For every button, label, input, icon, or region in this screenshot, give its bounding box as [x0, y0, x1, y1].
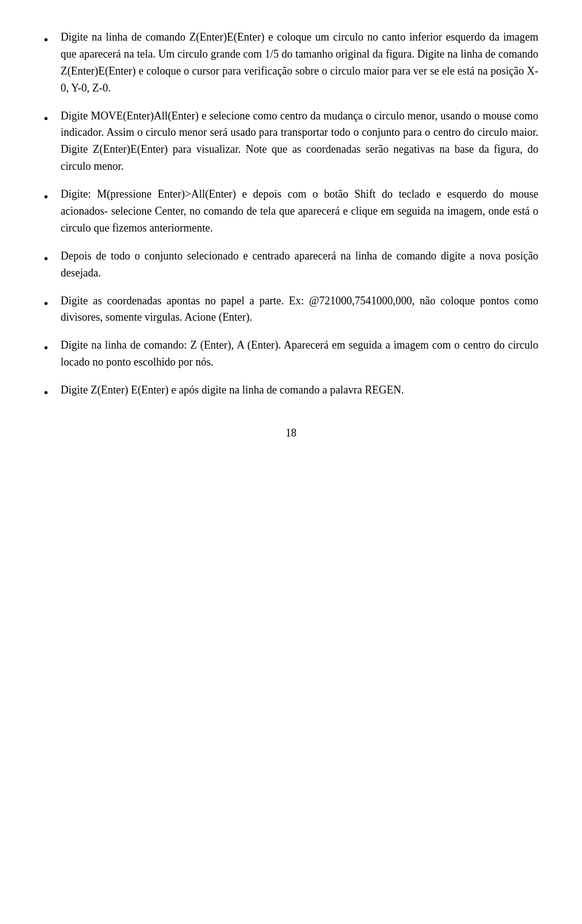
bullet-text-4: Depois de todo o conjunto selecionado e …: [61, 248, 538, 282]
bullet-marker-3: •: [44, 186, 61, 207]
bullet-marker-5: •: [44, 293, 61, 313]
bullet-text-2: Digite MOVE(Enter)All(Enter) e selecione…: [61, 108, 538, 176]
content: • Digite na linha de comando Z(Enter)E(E…: [44, 29, 538, 440]
bullet-item-7: • Digite Z(Enter) E(Enter) e após digite…: [44, 382, 538, 403]
bullet-text-5: Digite as coordenadas apontas no papel a…: [61, 293, 538, 327]
bullet-marker-1: •: [44, 29, 61, 50]
bullet-text-7: Digite Z(Enter) E(Enter) e após digite n…: [61, 382, 538, 399]
bullet-item-3: • Digite: M(pressione Enter)>All(Enter) …: [44, 186, 538, 237]
bullet-marker-4: •: [44, 248, 61, 269]
bullet-item-4: • Depois de todo o conjunto selecionado …: [44, 248, 538, 282]
bullet-marker-2: •: [44, 108, 61, 129]
page: • Digite na linha de comando Z(Enter)E(E…: [0, 0, 582, 924]
bullet-marker-7: •: [44, 382, 61, 403]
bullet-text-1: Digite na linha de comando Z(Enter)E(Ent…: [61, 29, 538, 97]
bullet-item-6: • Digite na linha de comando: Z (Enter),…: [44, 337, 538, 371]
bullet-marker-6: •: [44, 337, 61, 358]
bullet-text-3: Digite: M(pressione Enter)>All(Enter) e …: [61, 186, 538, 237]
bullet-item-5: • Digite as coordenadas apontas no papel…: [44, 293, 538, 327]
bullet-item-2: • Digite MOVE(Enter)All(Enter) e selecio…: [44, 108, 538, 176]
bullet-item-1: • Digite na linha de comando Z(Enter)E(E…: [44, 29, 538, 97]
bullet-text-6: Digite na linha de comando: Z (Enter), A…: [61, 337, 538, 371]
page-number: 18: [44, 427, 538, 440]
